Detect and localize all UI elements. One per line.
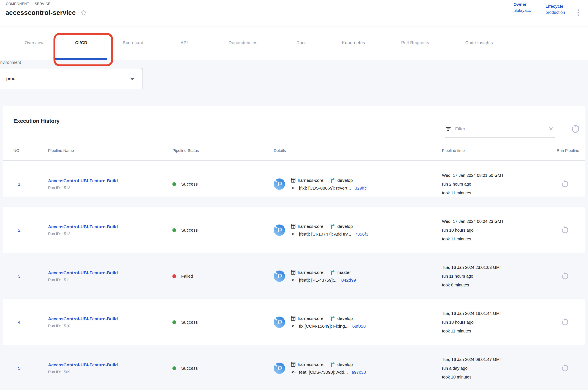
run-pipeline-button[interactable] bbox=[560, 179, 570, 189]
git-commit-icon bbox=[290, 323, 296, 329]
status-dot bbox=[172, 228, 176, 232]
environment-dropdown[interactable]: prod bbox=[0, 68, 143, 89]
pipeline-time-took: took 10 minutes bbox=[442, 373, 554, 382]
status-dot bbox=[172, 320, 176, 324]
commit-sha-link[interactable]: 329ffc bbox=[355, 186, 367, 191]
repository-icon bbox=[290, 269, 296, 275]
tab-docs[interactable]: Docs bbox=[295, 40, 308, 46]
clear-filter-icon[interactable]: ✕ bbox=[547, 126, 554, 132]
pipeline-time-run: run a day ago bbox=[442, 364, 554, 373]
branch-name: develop bbox=[337, 362, 353, 367]
row-number: 4 bbox=[13, 320, 48, 325]
tab-kubernetes[interactable]: Kubernetes bbox=[341, 40, 366, 46]
column-header-run-pipeline: Run Pipeline bbox=[554, 147, 581, 153]
tab-api[interactable]: API bbox=[180, 40, 189, 46]
tab-overview[interactable]: Overview bbox=[23, 40, 45, 46]
git-commit-icon bbox=[290, 369, 296, 375]
git-branch-icon bbox=[330, 177, 335, 183]
pipeline-time-date: Tue, 16 Jan 2024 16:01:44 GMT bbox=[442, 309, 554, 318]
commit-sha-link[interactable]: 042d99 bbox=[341, 278, 356, 283]
repository-name: harness-core bbox=[298, 316, 323, 321]
owner-meta: Owner plplayacc bbox=[513, 2, 531, 15]
run-pipeline-button[interactable] bbox=[560, 271, 570, 281]
table-row: 3 AccessControl-UBI-Feature-Build Run ID… bbox=[3, 253, 585, 299]
pipeline-name-link[interactable]: AccessControl-UBI-Feature-Build bbox=[48, 224, 118, 229]
panel-title: Execution History bbox=[13, 118, 60, 124]
repository-icon bbox=[290, 362, 296, 367]
lifecycle-link[interactable]: production bbox=[546, 10, 565, 15]
run-id: Run ID: 1512 bbox=[48, 232, 172, 236]
favorite-star-icon[interactable] bbox=[80, 9, 87, 16]
commit-sha-link[interactable]: 68f058 bbox=[352, 324, 366, 329]
pipeline-time-took: took 11 minutes bbox=[442, 327, 554, 335]
run-id: Run ID: 1510 bbox=[48, 324, 172, 328]
owner-link[interactable]: plplayacc bbox=[513, 8, 531, 13]
commit-sha-link[interactable]: 7356f3 bbox=[355, 232, 368, 237]
table-row: 1 AccessControl-UBI-Feature-Build Run ID… bbox=[3, 161, 585, 207]
tab-scorecard[interactable]: Scorecard bbox=[122, 40, 145, 46]
pipeline-time-date: Tue, 16 Jan 2024 08:01:47 GMT bbox=[442, 355, 554, 364]
status-label: Failed bbox=[181, 274, 193, 279]
environment-label: Environment bbox=[0, 60, 21, 65]
table-body: 1 AccessControl-UBI-Feature-Build Run ID… bbox=[3, 161, 585, 390]
page-header: COMPONENT — SERVICE accesscontrol-servic… bbox=[0, 0, 588, 27]
run-id: Run ID: 1509 bbox=[48, 370, 172, 374]
entity-kind-breadcrumb: COMPONENT — SERVICE bbox=[6, 2, 51, 6]
pipeline-time: Tue, 16 Jan 2024 23:01:03 GMT run 11 hou… bbox=[442, 263, 554, 289]
repository-icon bbox=[290, 223, 296, 229]
pipeline-name-link[interactable]: AccessControl-UBI-Feature-Build bbox=[48, 270, 118, 275]
branch-name: master bbox=[337, 270, 351, 275]
content-area: Environment prod Execution History ✕ NO … bbox=[0, 60, 588, 390]
column-header-no: NO bbox=[13, 148, 48, 153]
environment-selected-value: prod bbox=[6, 76, 15, 81]
filter-field: ✕ bbox=[445, 121, 554, 138]
git-branch-icon bbox=[330, 223, 335, 229]
run-id: Run ID: 1513 bbox=[48, 186, 172, 190]
pipeline-time: Wed, 17 Jan 2024 08:01:50 GMT run 2 hour… bbox=[442, 171, 554, 197]
pipeline-name-link[interactable]: AccessControl-UBI-Feature-Build bbox=[48, 362, 118, 367]
run-id: Run ID: 1511 bbox=[48, 278, 172, 282]
lifecycle-meta: Lifecycle production bbox=[546, 4, 565, 15]
status-label: Success bbox=[181, 320, 198, 325]
column-header-pipeline-time: Pipeline time bbox=[442, 148, 554, 153]
row-number: 3 bbox=[13, 274, 48, 279]
repository-name: harness-core bbox=[298, 362, 323, 367]
ci-module-icon bbox=[274, 179, 285, 190]
column-header-pipeline-name: Pipeline Name bbox=[48, 148, 172, 153]
pipeline-time-date: Wed, 17 Jan 2024 08:01:50 GMT bbox=[442, 171, 554, 180]
tab-cicd[interactable]: CI/CD bbox=[74, 40, 89, 46]
column-header-details: Details bbox=[274, 148, 442, 153]
run-pipeline-button[interactable] bbox=[560, 363, 570, 373]
commit-message: [fix]: [CDS-88669]: revert... bbox=[299, 186, 351, 191]
lifecycle-label: Lifecycle bbox=[546, 4, 565, 9]
repository-icon bbox=[290, 177, 296, 183]
pipeline-time-date: Wed, 17 Jan 2024 00:04:23 GMT bbox=[442, 217, 554, 226]
column-header-pipeline-status: Pipeline Status bbox=[172, 148, 274, 153]
run-pipeline-button[interactable] bbox=[560, 317, 570, 327]
ci-module-icon bbox=[274, 271, 285, 282]
tab-code-insights[interactable]: Code Insights bbox=[464, 40, 494, 46]
tab-dependencies[interactable]: Dependencies bbox=[227, 40, 259, 46]
pipeline-time-run: run 11 hours ago bbox=[442, 272, 554, 281]
commit-message: [feat]: [PL-43759]:... bbox=[299, 278, 337, 283]
ci-module-icon bbox=[274, 363, 285, 374]
run-pipeline-button[interactable] bbox=[560, 225, 570, 235]
execution-history-card: Execution History ✕ NO Pipeline Name Pip… bbox=[3, 106, 585, 390]
commit-sha-link[interactable]: a97c30 bbox=[352, 370, 366, 375]
status-dot bbox=[172, 182, 176, 186]
pipeline-name-link[interactable]: AccessControl-UBI-Feature-Build bbox=[48, 316, 118, 321]
refresh-icon[interactable] bbox=[570, 123, 581, 135]
page-title: accesscontrol-service bbox=[5, 9, 76, 16]
branch-name: develop bbox=[337, 316, 353, 321]
more-options-kebab-icon[interactable] bbox=[575, 9, 581, 16]
git-commit-icon bbox=[290, 231, 296, 237]
tab-pull-requests[interactable]: Pull Requests bbox=[400, 40, 431, 46]
commit-message: [feat]: [CI-10747]: Add try... bbox=[299, 232, 351, 237]
pipeline-name-link[interactable]: AccessControl-UBI-Feature-Build bbox=[48, 178, 118, 183]
filter-input[interactable] bbox=[455, 126, 544, 132]
owner-label: Owner bbox=[513, 2, 531, 7]
status-dot bbox=[172, 366, 176, 370]
branch-name: develop bbox=[337, 178, 353, 183]
pipeline-time-run: run 2 hours ago bbox=[442, 180, 554, 189]
pipeline-time-run: run 18 hours ago bbox=[442, 318, 554, 327]
